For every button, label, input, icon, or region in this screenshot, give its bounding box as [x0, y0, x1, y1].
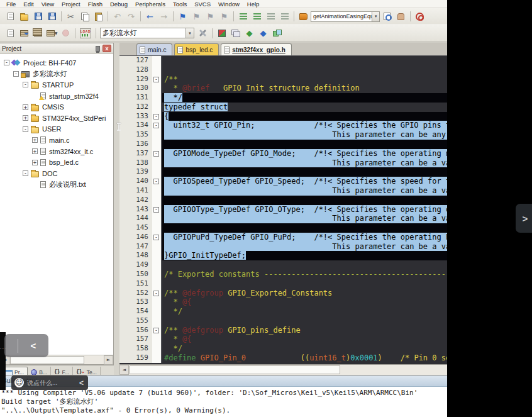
uncomment-icon[interactable] — [278, 10, 291, 23]
collapse-panel-overlay[interactable]: < — [4, 334, 48, 357]
close-icon[interactable]: x — [103, 45, 111, 52]
expander-minus-icon[interactable]: - — [4, 60, 9, 65]
indent-icon[interactable] — [250, 10, 263, 23]
expander-plus-icon[interactable]: + — [23, 104, 28, 110]
chevron-left-icon[interactable]: < — [79, 379, 84, 387]
expander-minus-icon[interactable]: - — [23, 170, 28, 176]
tree-item[interactable]: +bsp_led.c — [0, 157, 113, 168]
manage-runtime-icon[interactable] — [215, 27, 228, 40]
scroll-left-icon[interactable]: ◄ — [119, 365, 129, 375]
cut-icon[interactable]: ✂ — [64, 10, 77, 23]
fold-collapse-icon[interactable]: - — [153, 151, 159, 157]
manage-items-icon[interactable] — [229, 27, 242, 40]
chevron-down-icon[interactable]: ▼ — [186, 28, 194, 38]
expander-plus-icon[interactable]: + — [32, 160, 38, 165]
target-select[interactable]: 多彩流水灯 ▼ — [100, 28, 194, 38]
menu-item-window[interactable]: Window — [214, 1, 243, 8]
menu-item-file[interactable]: File — [3, 1, 19, 8]
fold-collapse-icon[interactable]: - — [153, 77, 159, 82]
tree-item[interactable]: -DOC — [0, 168, 113, 179]
flash-download-icon[interactable]: ◆ — [243, 27, 256, 40]
tab-bsp_led.c[interactable]: bsp_led.c — [174, 43, 219, 55]
danmaku-chat-bar[interactable]: ☺ 说点什么... < — [11, 375, 88, 390]
save-icon[interactable] — [31, 10, 45, 23]
tree-item[interactable]: +CMSIS — [0, 101, 113, 113]
fold-collapse-icon[interactable]: - — [153, 328, 159, 333]
menu-item-help[interactable]: Help — [243, 1, 263, 8]
menu-item-flash[interactable]: Flash — [84, 1, 106, 8]
tree-item[interactable]: -STARTUP — [0, 79, 113, 91]
menu-item-debug[interactable]: Debug — [106, 1, 131, 8]
expander-minus-icon[interactable]: - — [23, 82, 28, 87]
pack-installer-icon[interactable] — [270, 27, 284, 40]
chat-input-placeholder[interactable]: 说点什么... — [27, 379, 76, 387]
expander-minus-icon[interactable]: - — [13, 71, 19, 77]
tree-item[interactable]: -多彩流水灯 — [0, 69, 113, 80]
paste-icon[interactable] — [92, 10, 105, 23]
next-bookmark-icon[interactable]: ⚑ — [204, 10, 217, 23]
editor-hscrollbar[interactable]: ◄ — [119, 364, 447, 375]
new-file-icon[interactable] — [4, 10, 17, 23]
menu-item-svcs[interactable]: SVCS — [191, 1, 214, 8]
rebuild-icon[interactable] — [31, 27, 45, 40]
tree-item[interactable]: startup_stm32f4 — [0, 91, 113, 102]
chevron-left-icon[interactable]: < — [18, 340, 48, 351]
toggle-bookmark-icon[interactable]: ⚑ — [176, 10, 189, 23]
tab-stm32f4xx_gpio.h[interactable]: stm32f4xx_gpio.h — [221, 43, 291, 55]
flash-erase-icon[interactable]: ◆ — [257, 27, 270, 40]
code-area[interactable]: 127128129-/**130 * @brief GPIO Init stru… — [119, 56, 447, 364]
tree-item[interactable]: +STM32F4xx_StdPeri — [0, 113, 113, 124]
pin-icon[interactable] — [94, 45, 101, 52]
tree-item[interactable]: -USER — [0, 124, 113, 135]
chevron-down-icon[interactable]: ▼ — [372, 12, 379, 21]
expander-minus-icon[interactable]: - — [23, 126, 28, 132]
expander-plus-icon[interactable]: + — [32, 137, 38, 143]
options-for-target-icon[interactable] — [196, 27, 209, 40]
open-file-icon[interactable] — [18, 10, 31, 23]
batch-build-icon[interactable]: ▼ — [45, 27, 58, 40]
fold-collapse-icon[interactable]: - — [153, 123, 159, 128]
comment-icon[interactable] — [264, 10, 277, 23]
unindent-icon[interactable] — [236, 10, 250, 23]
menu-item-project[interactable]: Project — [58, 1, 84, 8]
translate-icon[interactable] — [4, 27, 17, 40]
navigate-forward-icon[interactable]: → — [157, 10, 170, 23]
emoji-icon[interactable]: ☺ — [14, 378, 24, 387]
fold-collapse-icon[interactable]: - — [153, 179, 159, 184]
expander-plus-icon[interactable]: + — [23, 115, 28, 121]
fold-collapse-icon[interactable]: - — [153, 207, 159, 213]
find-combo[interactable]: getAnimationEasingEqua ▼ — [311, 11, 380, 22]
debug-session-icon[interactable] — [413, 10, 426, 23]
tree-item[interactable]: +main.c — [0, 135, 113, 146]
panel-splitter[interactable] — [114, 43, 119, 377]
copy-icon[interactable] — [78, 10, 91, 23]
build-icon[interactable] — [18, 27, 31, 40]
tree-item[interactable]: -Project: BH-F407 — [0, 57, 113, 69]
menu-item-edit[interactable]: Edit — [19, 1, 37, 8]
undo-icon[interactable]: ↶ — [111, 10, 124, 23]
tab-main.c[interactable]: main.c — [136, 43, 172, 55]
fold-collapse-icon[interactable]: - — [153, 291, 159, 296]
tree-item[interactable]: +stm32f4xx_it.c — [0, 146, 113, 157]
help-book-icon[interactable] — [297, 10, 310, 23]
find-in-files-icon[interactable] — [380, 10, 394, 23]
fold-collapse-icon[interactable]: - — [153, 235, 159, 240]
redo-icon[interactable]: ↷ — [125, 10, 138, 23]
menu-item-peripherals[interactable]: Peripherals — [131, 1, 169, 8]
tree-item[interactable]: 必读说明.txt — [0, 179, 113, 191]
grab-icon[interactable] — [394, 10, 407, 23]
stop-build-icon[interactable] — [59, 27, 72, 40]
scroll-right-icon[interactable]: ► — [104, 355, 113, 365]
prev-bookmark-icon[interactable]: ⚑ — [190, 10, 203, 23]
download-icon[interactable]: LOAD — [78, 27, 93, 40]
scrollbar-thumb[interactable] — [130, 365, 340, 374]
navigate-back-icon[interactable]: ← — [143, 10, 157, 23]
fold-collapse-icon[interactable]: - — [153, 114, 159, 120]
menu-item-tools[interactable]: Tools — [169, 1, 191, 8]
clear-bookmarks-icon[interactable]: ⚑ — [218, 10, 231, 23]
expander-plus-icon[interactable]: + — [32, 148, 38, 154]
menu-item-view[interactable]: View — [38, 1, 58, 8]
build-output-log[interactable]: *** Using Compiler 'V5.06 update 7 (buil… — [0, 387, 447, 415]
expand-sidebar-button[interactable]: > — [516, 204, 532, 233]
save-all-icon[interactable] — [45, 10, 58, 23]
